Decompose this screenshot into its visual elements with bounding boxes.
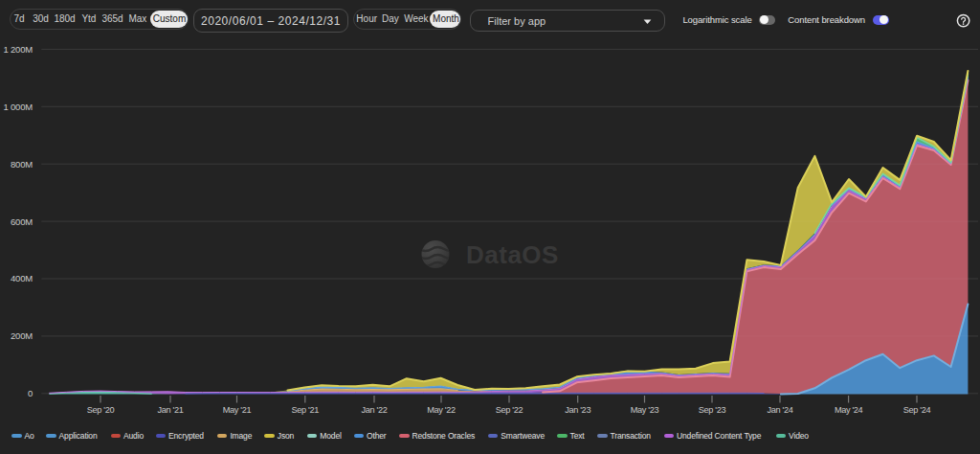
svg-text:Jan '21: Jan '21: [158, 405, 184, 415]
svg-text:800M: 800M: [11, 159, 33, 170]
svg-text:Sep '20: Sep '20: [87, 405, 115, 415]
svg-text:May '21: May '21: [223, 405, 252, 415]
svg-text:600M: 600M: [11, 216, 33, 227]
svg-text:0: 0: [28, 388, 33, 398]
svg-text:May '22: May '22: [427, 405, 456, 415]
svg-text:200M: 200M: [11, 330, 33, 341]
svg-text:1 200M: 1 200M: [4, 44, 33, 55]
svg-text:400M: 400M: [11, 273, 33, 284]
svg-text:May '24: May '24: [835, 405, 863, 415]
svg-text:Jan '24: Jan '24: [768, 405, 793, 415]
svg-text:Sep '21: Sep '21: [292, 405, 320, 415]
svg-text:Sep '22: Sep '22: [496, 405, 523, 415]
svg-text:Sep '24: Sep '24: [903, 405, 931, 415]
svg-text:Jan '22: Jan '22: [362, 405, 388, 415]
svg-text:May '23: May '23: [631, 405, 659, 415]
svg-text:Jan '23: Jan '23: [565, 405, 590, 415]
svg-text:1 000M: 1 000M: [4, 102, 33, 112]
svg-text:Sep '23: Sep '23: [699, 405, 726, 415]
